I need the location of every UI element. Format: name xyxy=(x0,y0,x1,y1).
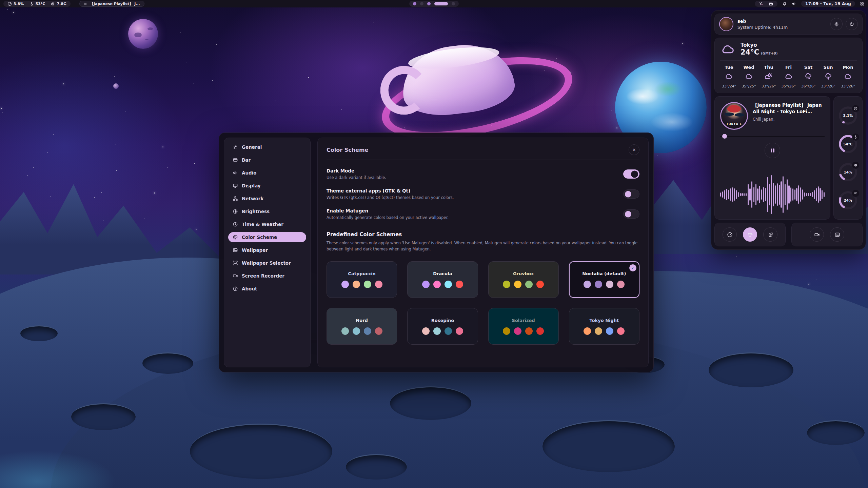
cloud-icon xyxy=(720,43,736,56)
user-name: seb xyxy=(737,19,788,24)
visualizer-bar xyxy=(775,185,776,204)
power-button[interactable] xyxy=(846,18,858,30)
progress-knob[interactable] xyxy=(722,134,727,139)
sun-cloud-icon xyxy=(764,73,773,81)
scheme-card-tokyo-night[interactable]: Tokyo Night ✓ xyxy=(569,308,639,345)
screen-recorder-button[interactable] xyxy=(810,227,824,242)
setting-description: Writes GTK (gtk.css) and Qt (qt6ct) them… xyxy=(327,195,454,200)
star xyxy=(556,58,557,59)
selected-check-badge: ✓ xyxy=(629,264,636,271)
divider xyxy=(327,160,639,160)
thermometer-icon xyxy=(29,2,34,6)
matugen-toggle[interactable] xyxy=(623,209,639,219)
visualizer-bar xyxy=(769,184,770,206)
star xyxy=(357,121,358,121)
temperature-gauge: 54°C xyxy=(839,135,857,153)
performance-profile-button[interactable] xyxy=(723,227,737,242)
star xyxy=(79,87,79,88)
recorder-icon xyxy=(814,232,820,238)
workspace-dot-empty[interactable] xyxy=(420,2,423,5)
toggle-knob xyxy=(631,170,638,178)
scheme-card-dracula[interactable]: Dracula ✓ xyxy=(407,261,478,298)
wallpaper-tray-icon[interactable] xyxy=(768,1,773,6)
scheme-dots xyxy=(503,281,544,288)
day-temps: 33°/26° xyxy=(841,84,855,88)
crater xyxy=(390,386,471,420)
speaker-icon[interactable] xyxy=(792,1,796,6)
media-progress-bar[interactable] xyxy=(720,134,825,139)
leaf-icon xyxy=(768,232,773,238)
star xyxy=(816,280,816,280)
setting-description: Automatically generate colors based on y… xyxy=(327,215,449,220)
scheme-card-rosepine[interactable]: Rosepine ✓ xyxy=(407,308,478,345)
wallpaper-button[interactable] xyxy=(830,227,844,242)
workspace-dot-focused[interactable] xyxy=(434,2,448,5)
dark-mode-toggle[interactable] xyxy=(623,169,639,179)
play-pause-button[interactable] xyxy=(765,143,780,158)
star xyxy=(1,32,1,33)
sidebar-item-display[interactable]: Display xyxy=(228,181,306,191)
media-player-pill[interactable]: 【Japanese Playlist】 J... xyxy=(79,1,144,7)
workspace-dot-occupied[interactable] xyxy=(413,2,416,5)
divider xyxy=(720,60,857,61)
quick-actions-card xyxy=(791,223,863,246)
visualizer-bar xyxy=(728,190,729,199)
recorder-icon xyxy=(233,273,238,279)
powersaver-profile-button[interactable] xyxy=(763,227,777,242)
tray-app-icon[interactable] xyxy=(759,1,764,6)
day-temps: 33°/24° xyxy=(722,84,736,88)
workspace-dot-occupied[interactable] xyxy=(427,2,431,5)
close-button[interactable]: ✕ xyxy=(629,144,639,155)
sidebar-item-bar[interactable]: Bar xyxy=(228,155,306,165)
setting-label: Enable Matugen xyxy=(327,208,449,214)
star xyxy=(173,176,173,176)
color-dot xyxy=(445,281,452,288)
power-profile-card xyxy=(714,223,786,246)
balanced-profile-button[interactable] xyxy=(743,227,757,242)
visualizer-bar xyxy=(740,193,741,196)
color-dot xyxy=(341,327,349,335)
sidebar-item-time-weather[interactable]: Time & Weather xyxy=(228,219,306,229)
image-icon xyxy=(233,247,238,253)
settings-button[interactable] xyxy=(830,18,843,30)
app-grid-icon[interactable] xyxy=(860,1,865,6)
visualizer-bar xyxy=(822,190,823,199)
crater xyxy=(542,420,675,472)
scheme-card-nord[interactable]: Nord ✓ xyxy=(327,308,397,345)
visualizer-bar xyxy=(759,186,760,203)
visualizer-bar xyxy=(785,184,786,205)
star xyxy=(561,32,561,32)
crater xyxy=(190,424,332,479)
scales-icon xyxy=(747,232,753,238)
sidebar-item-network[interactable]: Network xyxy=(228,194,306,204)
star xyxy=(611,110,612,110)
weather-timezone: (GMT+9) xyxy=(761,52,777,55)
scheme-card-catppuccin[interactable]: Catppuccin ✓ xyxy=(327,261,397,298)
sidebar-item-general[interactable]: General xyxy=(228,142,306,152)
scheme-card-gruvbox[interactable]: Gruvbox ✓ xyxy=(488,261,559,298)
sidebar-item-color-scheme[interactable]: Color Scheme xyxy=(228,232,306,242)
media-pill-label: 【Japanese Playlist】 J... xyxy=(90,1,140,6)
scheme-card-noctalia[interactable]: Noctalia (default) ✓ xyxy=(569,261,639,298)
brightness-icon xyxy=(233,209,238,214)
setting-row-dark-mode: Dark Mode Use a dark variant if availabl… xyxy=(327,168,639,180)
workspace-dot-empty[interactable] xyxy=(452,2,455,5)
sidebar-item-brightness[interactable]: Brightness xyxy=(228,206,306,217)
avatar xyxy=(719,17,733,31)
system-gauges-card: 3.1% 54°C 14% 24% xyxy=(833,96,863,220)
bell-icon[interactable] xyxy=(782,1,787,6)
theme-external-toggle[interactable] xyxy=(623,189,639,199)
tray-pill xyxy=(755,1,777,7)
star xyxy=(682,43,683,44)
scheme-dots xyxy=(503,327,544,335)
sidebar-item-audio[interactable]: Audio xyxy=(228,168,306,178)
sidebar-item-wallpaper[interactable]: Wallpaper xyxy=(228,245,306,255)
color-dot xyxy=(606,281,613,288)
sidebar-item-wallpaper-selector[interactable]: Wallpaper Selector xyxy=(228,258,306,268)
star xyxy=(144,219,145,219)
scheme-card-solarized[interactable]: Solarized ✓ xyxy=(488,308,559,345)
clock-pill[interactable]: 17:09 - Tue, 19 Aug xyxy=(801,1,855,7)
sidebar-item-screen-recorder[interactable]: Screen Recorder xyxy=(228,271,306,281)
visualizer-bar xyxy=(810,193,811,196)
sidebar-item-about[interactable]: About xyxy=(228,284,306,294)
